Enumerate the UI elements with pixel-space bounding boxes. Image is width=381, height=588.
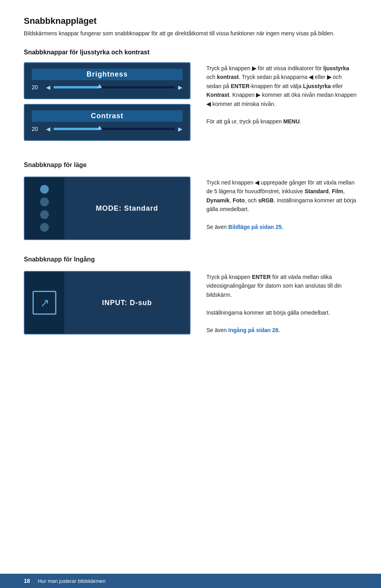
osd-brightness-bar-fill: [54, 86, 100, 88]
footer-page-label: Hur man justerar bildskärmen: [38, 578, 106, 584]
osd-contrast-screen: Contrast 20 ◀ ▶: [24, 104, 190, 141]
osd-contrast-title: Contrast: [32, 110, 183, 122]
mode-dot-1: [40, 185, 49, 194]
osd-brightness-value: 20: [32, 84, 43, 90]
osd-mode-label-area: MODE: Standard: [64, 177, 190, 239]
input-see-also: Se även Ingång på sidan 28.: [206, 326, 357, 334]
osd-input-panel: INPUT: D-sub: [24, 271, 190, 335]
osd-contrast-arrow-right: ▶: [178, 126, 183, 132]
osd-input-screen: INPUT: D-sub: [24, 271, 190, 334]
osd-contrast-arrow-left: ◀: [46, 126, 50, 132]
mode-dot-2: [40, 198, 49, 206]
mode-description: Tryck ned knappen ◀ upprepade gånger för…: [206, 177, 357, 240]
mode-text: Tryck ned knappen ◀ upprepade gånger för…: [206, 178, 357, 214]
osd-mode-panel: MODE: Standard: [24, 177, 190, 240]
input-link[interactable]: Ingång på sidan 28.: [228, 327, 280, 333]
osd-brightness-bar: [54, 86, 175, 88]
mode-see-also: Se även Bildläge på sidan 25.: [206, 223, 357, 231]
osd-brightness-arrow-right: ▶: [178, 84, 183, 90]
intro-paragraph: Bildskärmens knappar fungerar som snabbk…: [24, 29, 357, 38]
mode-dot-4: [40, 223, 49, 232]
mode-dot-3: [40, 210, 49, 219]
osd-input-label-area: INPUT: D-sub: [64, 272, 190, 334]
mode-layout: MODE: Standard Tryck ned knappen ◀ uppre…: [24, 177, 357, 240]
osd-brightness-contrast-panel: Brightness 20 ◀ ▶ Contrast 20 ◀: [24, 62, 190, 146]
footer-page-number: 18: [24, 578, 30, 584]
osd-contrast-bar-fill: [54, 128, 100, 130]
osd-contrast-bar: [54, 128, 175, 130]
input-description: Tryck på knappen ENTER för att växla mel…: [206, 271, 357, 335]
osd-mode-dots: [25, 177, 64, 239]
osd-contrast-value: 20: [32, 126, 43, 132]
osd-contrast-marker: [97, 126, 102, 130]
osd-mode-screen: MODE: Standard: [24, 177, 190, 240]
input-layout: INPUT: D-sub Tryck på knappen ENTER för …: [24, 271, 357, 335]
footer: 18 Hur man justerar bildskärmen: [0, 574, 381, 588]
input-text: Tryck på knappen ENTER för att växla mel…: [206, 273, 357, 317]
osd-contrast-row: 20 ◀ ▶: [32, 126, 183, 132]
osd-input-icon-area: [25, 272, 64, 334]
osd-input-icon: [33, 291, 56, 315]
section-input: Snabbknapp för Ingång INPUT: D-sub Tryck…: [24, 256, 357, 335]
page-title: Snabbknappläget: [24, 16, 357, 26]
mode-link[interactable]: Bildläge på sidan 25.: [228, 224, 283, 230]
osd-brightness-arrow-left: ◀: [46, 84, 50, 90]
brightness-contrast-layout: Brightness 20 ◀ ▶ Contrast 20 ◀: [24, 62, 357, 146]
osd-mode-label: MODE: Standard: [96, 204, 158, 213]
osd-brightness-row: 20 ◀ ▶: [32, 84, 183, 90]
section-input-heading: Snabbknapp för Ingång: [24, 256, 357, 263]
osd-brightness-title: Brightness: [32, 69, 183, 80]
section-mode: Snabbknapp för läge MODE: Standard Tryck…: [24, 161, 357, 240]
section-mode-heading: Snabbknapp för läge: [24, 161, 357, 169]
osd-brightness-marker: [97, 84, 102, 88]
section-brightness-heading: Snabbknappar för ljusstyrka och kontrast: [24, 49, 357, 56]
osd-brightness-screen: Brightness 20 ◀ ▶: [24, 62, 190, 99]
section-brightness-contrast: Snabbknappar för ljusstyrka och kontrast…: [24, 49, 357, 146]
brightness-contrast-text: Tryck på knappen ▶ för att vissa indikat…: [206, 64, 357, 126]
osd-input-label: INPUT: D-sub: [102, 299, 152, 307]
brightness-contrast-description: Tryck på knappen ▶ för att vissa indikat…: [206, 62, 357, 146]
